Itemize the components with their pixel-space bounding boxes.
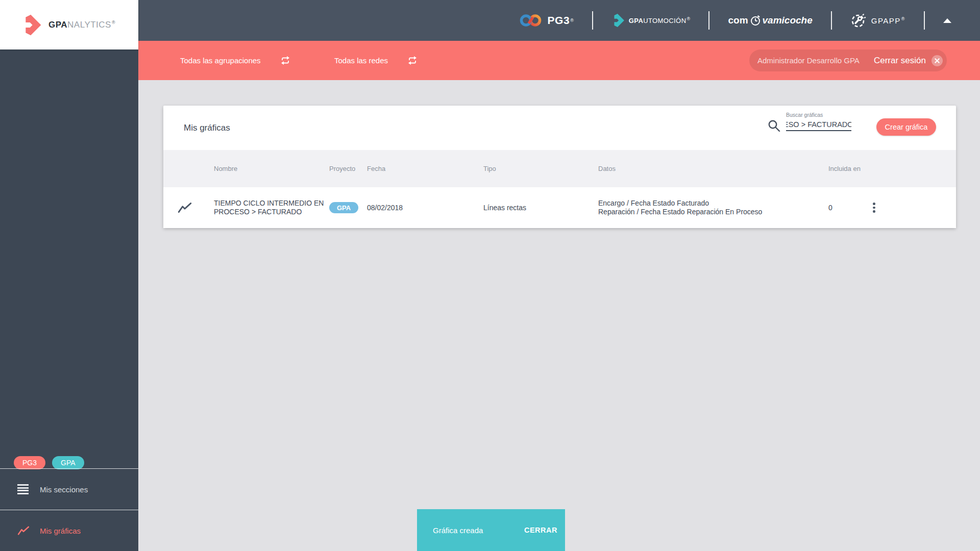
- gpa-analytics-arrow-icon: [21, 14, 42, 36]
- brand-wordmark: GPANALYTICS®: [48, 20, 115, 30]
- badge-pg3[interactable]: PG3: [14, 456, 45, 469]
- swap-icon[interactable]: [280, 56, 290, 65]
- swap-icon[interactable]: [407, 56, 418, 65]
- app-root: PG3® GPAUTOMOCIÓN® com: [0, 0, 980, 551]
- row-data: Encargo / Fecha Estado FacturadoReparaci…: [598, 187, 762, 228]
- gpapp-logo[interactable]: GPAPP®: [850, 12, 905, 29]
- sidebar-item-mis-graficas[interactable]: Mis gráficas: [0, 510, 138, 551]
- gpapp-wrench-gauge-icon: [850, 12, 867, 29]
- groupings-filter-label: Todas las agrupaciones: [180, 56, 261, 65]
- filter-bar: Todas las agrupaciones Todas las redes A…: [138, 41, 980, 80]
- comvamicoche-logo[interactable]: com vamicoche: [728, 15, 812, 26]
- snackbar-message: Gráfica creada: [433, 526, 483, 535]
- page-title: Mis gráficas: [184, 106, 230, 150]
- table-header: Nombre Proyecto Fecha Tipo Datos Incluid…: [163, 150, 956, 187]
- line-chart-icon: [17, 526, 31, 535]
- sidebar-item-label: Mis secciones: [40, 485, 88, 494]
- header-divider: [708, 11, 709, 30]
- gpautomocion-arrow-icon: [611, 14, 625, 27]
- row-type: Líneas rectas: [483, 187, 526, 228]
- sidebar: PG3 GPA Mis secciones Mis gráficas: [0, 49, 138, 551]
- header-divider: [831, 11, 832, 30]
- snackbar: Gráfica creada CERRAR: [417, 509, 565, 551]
- row-project: GPA: [329, 187, 358, 228]
- gpapp-label: GPAPP®: [871, 16, 905, 25]
- pg3-logo[interactable]: PG3®: [519, 13, 574, 28]
- project-badge: GPA: [329, 202, 358, 213]
- logout-button[interactable]: Cerrar sesión: [874, 56, 926, 66]
- badge-gpa[interactable]: GPA: [52, 456, 84, 469]
- column-datos: Datos: [598, 150, 616, 187]
- header-logo-cluster: PG3® GPAUTOMOCIÓN® com: [519, 0, 951, 41]
- collapse-header-icon[interactable]: [943, 18, 951, 23]
- session-pill: Administrador Desarrollo GPA Cerrar sesi…: [749, 49, 947, 71]
- table-row[interactable]: TIEMPO CICLO INTERMEDIO EN PROCESO > FAC…: [163, 187, 956, 228]
- gpautomocion-logo[interactable]: GPAUTOMOCIÓN®: [611, 14, 691, 27]
- row-included-count: 0: [828, 187, 832, 228]
- header-divider: [924, 11, 925, 30]
- menu-icon: [17, 484, 31, 494]
- column-tipo: Tipo: [483, 150, 496, 187]
- search-field: Buscar gráficas ESO > FACTURADO: [786, 112, 852, 131]
- networks-filter[interactable]: Todas las redes: [334, 41, 418, 80]
- mis-graficas-panel: Mis gráficas Buscar gráficas ESO > FACTU…: [163, 106, 956, 228]
- create-chart-button[interactable]: Crear gráfica: [876, 118, 936, 136]
- pg3-infinity-icon: [519, 13, 543, 28]
- column-incluida-en: Incluida en: [828, 150, 861, 187]
- sidebar-item-label: Mis gráficas: [40, 527, 81, 535]
- line-chart-icon: [178, 187, 192, 228]
- row-name: TIEMPO CICLO INTERMEDIO EN PROCESO > FAC…: [214, 187, 327, 228]
- column-fecha: Fecha: [367, 150, 385, 187]
- pg3-label: PG3: [548, 14, 570, 27]
- logged-user-name: Administrador Desarrollo GPA: [757, 56, 860, 65]
- search-input[interactable]: ESO > FACTURADO: [786, 118, 851, 131]
- row-menu-kebab-icon[interactable]: [870, 199, 878, 216]
- top-header: PG3® GPAUTOMOCIÓN® com: [0, 0, 980, 41]
- networks-filter-label: Todas las redes: [334, 56, 388, 65]
- header-divider: [592, 11, 593, 30]
- sidebar-item-mis-secciones[interactable]: Mis secciones: [0, 469, 138, 510]
- snackbar-close-button[interactable]: CERRAR: [524, 526, 557, 534]
- search-icon[interactable]: [767, 119, 781, 133]
- groupings-filter[interactable]: Todas las agrupaciones: [180, 41, 290, 80]
- gpautomocion-label: GPAUTOMOCIÓN®: [629, 16, 691, 24]
- row-date: 08/02/2018: [367, 187, 403, 228]
- logout-close-icon[interactable]: [932, 55, 943, 66]
- search-label: Buscar gráficas: [786, 112, 852, 118]
- stopwatch-icon: [750, 15, 761, 26]
- sidebar-badges: PG3 GPA: [14, 456, 84, 469]
- brand-logo[interactable]: GPANALYTICS®: [0, 0, 138, 49]
- column-nombre: Nombre: [214, 150, 237, 187]
- column-proyecto: Proyecto: [329, 150, 355, 187]
